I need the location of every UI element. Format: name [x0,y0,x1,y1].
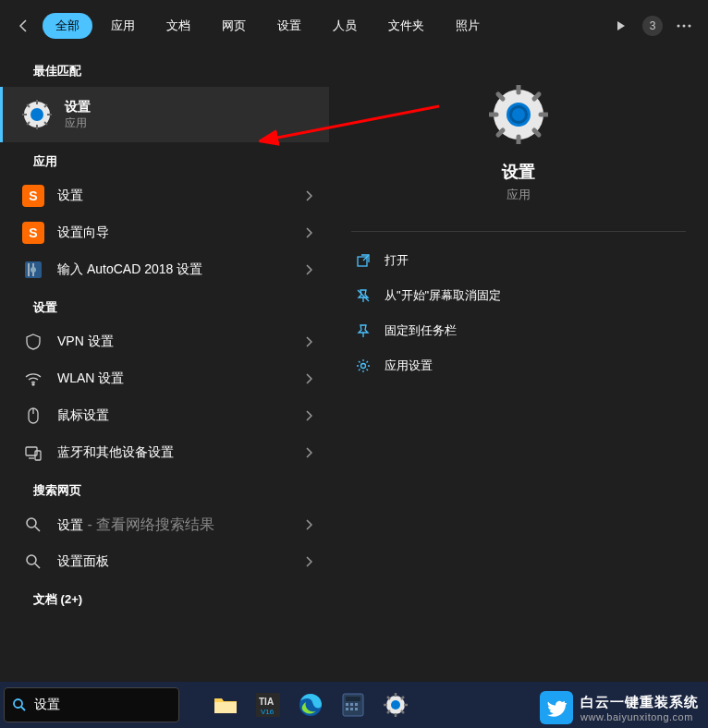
svg-line-34 [534,130,539,135]
svg-line-35 [534,94,539,99]
svg-text:TIA: TIA [259,697,274,707]
action-open[interactable]: 打开 [351,243,686,278]
action-pin-taskbar[interactable]: 固定到任务栏 [351,313,686,348]
app-title: 设置 [57,188,305,204]
chevron-right-icon [305,447,312,458]
taskbar-settings[interactable] [375,684,416,726]
svg-point-28 [512,108,525,121]
results-pane: 最佳匹配 设置 应用 应用 S 设置 S 设置向导 [0,52,329,682]
svg-point-14 [31,267,36,273]
svg-line-33 [498,94,503,99]
chevron-right-icon [305,519,312,530]
docs-header[interactable]: 文档 (2+) [0,580,329,615]
svg-rect-53 [346,708,348,710]
svg-line-65 [387,710,390,713]
setting-result[interactable]: 鼠标设置 [0,397,329,434]
search-icon [22,551,44,573]
search-icon [12,698,27,712]
svg-rect-51 [350,703,353,706]
svg-rect-54 [350,708,353,710]
svg-point-39 [361,364,366,369]
best-match-result[interactable]: 设置 应用 [0,87,329,142]
svg-text:V16: V16 [261,708,275,716]
svg-line-22 [35,527,40,531]
action-label: 应用设置 [385,358,433,374]
tab-docs[interactable]: 文档 [153,13,203,39]
tab-folders[interactable]: 文件夹 [375,13,437,39]
back-button[interactable] [11,13,37,39]
unpin-icon [355,287,372,304]
notification-badge[interactable]: 3 [640,13,665,39]
sogou-icon: S [22,222,44,244]
taskbar: TIAV16 白云一键重装系统 www.baiyunxitong.com [0,682,708,728]
taskbar-tia[interactable]: TIAV16 [248,684,288,726]
action-label: 固定到任务栏 [385,322,457,339]
web-subtitle: - 查看网络搜索结果 [83,516,214,532]
web-result[interactable]: 设置 - 查看网络搜索结果 [0,506,329,543]
chevron-right-icon [305,264,312,275]
action-unpin-start[interactable]: 从"开始"屏幕取消固定 [351,278,686,313]
svg-point-0 [677,25,680,28]
svg-line-36 [498,130,503,135]
best-match-subtitle: 应用 [65,115,318,131]
preview-title: 设置 [351,161,686,183]
app-title: 设置向导 [57,224,305,241]
chevron-right-icon [305,227,312,238]
chevron-right-icon [305,373,312,384]
more-icon[interactable] [671,13,697,39]
tab-photos[interactable]: 照片 [443,13,493,39]
svg-line-63 [401,710,404,713]
tab-settings[interactable]: 设置 [264,13,314,39]
svg-line-62 [387,697,390,699]
preview-subtitle: 应用 [351,187,686,203]
app-result[interactable]: S 设置向导 [0,214,329,251]
pin-icon [355,322,372,339]
svg-rect-55 [355,708,358,710]
play-icon[interactable] [608,13,634,39]
search-input[interactable] [34,698,196,712]
web-title: 设置 [57,517,83,532]
chevron-right-icon [305,190,312,201]
app-result[interactable]: S 设置 [0,177,329,214]
watermark-title: 白云一键重装系统 [580,694,699,711]
svg-point-21 [27,518,36,528]
app-result[interactable]: 输入 AutoCAD 2018 设置 [0,251,329,288]
gear-icon [22,100,52,129]
svg-rect-49 [346,697,360,701]
tab-all[interactable]: 全部 [43,13,92,39]
tab-web[interactable]: 网页 [209,13,259,39]
devices-icon [22,442,44,464]
app-title: 输入 AutoCAD 2018 设置 [57,261,305,278]
svg-rect-52 [355,703,358,706]
autocad-icon [22,259,44,281]
wifi-icon [22,368,44,390]
web-title: 设置面板 [57,553,305,570]
svg-rect-50 [346,703,348,706]
svg-point-23 [27,555,36,564]
best-match-title: 设置 [65,99,318,115]
watermark-url: www.baiyunxitong.com [580,711,699,722]
setting-result[interactable]: VPN 设置 [0,323,329,360]
tab-people[interactable]: 人员 [320,13,370,39]
setting-result[interactable]: WLAN 设置 [0,360,329,397]
taskbar-calculator[interactable] [333,684,373,726]
sogou-icon: S [22,185,44,207]
chevron-right-icon [305,336,312,347]
watermark-logo-icon [540,691,573,724]
setting-title: WLAN 设置 [57,370,305,387]
setting-result[interactable]: 蓝牙和其他设备设置 [0,434,329,471]
settings-header: 设置 [0,288,329,323]
web-header: 搜索网页 [0,471,329,506]
tab-apps[interactable]: 应用 [98,13,148,39]
taskbar-search[interactable] [4,687,179,722]
svg-point-1 [683,25,686,28]
chevron-right-icon [305,556,312,567]
action-app-settings[interactable]: 应用设置 [351,348,686,383]
web-result[interactable]: 设置面板 [0,543,329,580]
setting-title: VPN 设置 [57,334,305,350]
svg-line-64 [401,697,404,699]
preview-pane: 设置 应用 打开 从"开始"屏幕取消固定 固定到任务栏 应用设置 [329,52,708,682]
svg-rect-43 [214,702,237,713]
taskbar-edge[interactable] [290,684,331,726]
taskbar-explorer[interactable] [205,684,246,726]
